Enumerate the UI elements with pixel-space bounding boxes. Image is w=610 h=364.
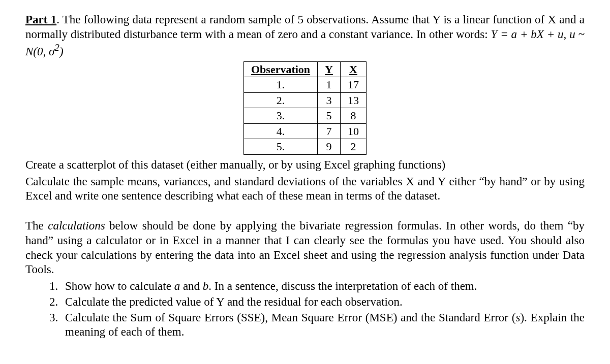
cell-obs: 3. bbox=[243, 108, 317, 124]
cell-obs: 5. bbox=[243, 139, 317, 155]
list-item-2: Calculate the predicted value of Y and t… bbox=[61, 295, 585, 310]
var-a: a bbox=[174, 280, 180, 292]
cell-obs: 1. bbox=[243, 77, 317, 93]
li3-pre: Calculate the Sum of Square Errors (SSE)… bbox=[65, 311, 515, 324]
li1-mid: and bbox=[180, 280, 203, 292]
numbered-list: Show how to calculate a and b. In a sent… bbox=[25, 279, 585, 340]
cell-x: 10 bbox=[341, 123, 367, 139]
table-row: 3. 5 8 bbox=[243, 108, 366, 124]
part-heading: Part 1 bbox=[25, 13, 56, 26]
col-y: Y bbox=[318, 61, 341, 77]
cell-x: 17 bbox=[341, 77, 367, 93]
li1-post: . In a sentence, discuss the interpretat… bbox=[208, 280, 477, 292]
list-item-3: Calculate the Sum of Square Errors (SSE)… bbox=[61, 311, 585, 340]
data-table: Observation Y X 1. 1 17 2. 3 13 3. 5 8 bbox=[243, 61, 367, 155]
table-row: 1. 1 17 bbox=[243, 77, 366, 93]
cell-y: 7 bbox=[318, 123, 341, 139]
table-row: 5. 9 2 bbox=[243, 139, 366, 155]
col-observation: Observation bbox=[243, 61, 317, 77]
cell-x: 8 bbox=[341, 108, 367, 124]
instruction-stats: Calculate the sample means, variances, a… bbox=[25, 175, 585, 204]
cell-y: 9 bbox=[318, 139, 341, 155]
cell-obs: 2. bbox=[243, 92, 317, 108]
document-body: Part 1. The following data represent a r… bbox=[25, 13, 585, 340]
intro-paragraph: Part 1. The following data represent a r… bbox=[25, 13, 585, 59]
cell-y: 1 bbox=[318, 77, 341, 93]
instruction-scatterplot: Create a scatterplot of this dataset (ei… bbox=[25, 158, 585, 173]
col-x: X bbox=[341, 61, 367, 77]
li1-pre: Show how to calculate bbox=[65, 280, 174, 292]
var-b: b bbox=[203, 280, 209, 292]
para-post: below should be done by applying the biv… bbox=[25, 219, 585, 276]
cell-y: 5 bbox=[318, 108, 341, 124]
para-pre: The bbox=[25, 219, 48, 232]
table-header-row: Observation Y X bbox=[243, 61, 366, 77]
table-row: 2. 3 13 bbox=[243, 92, 366, 108]
list-item-1: Show how to calculate a and b. In a sent… bbox=[61, 279, 585, 294]
cell-x: 13 bbox=[341, 92, 367, 108]
cell-y: 3 bbox=[318, 92, 341, 108]
cell-obs: 4. bbox=[243, 123, 317, 139]
para-italic: calculations bbox=[48, 219, 105, 232]
calculations-paragraph: The calculations below should be done by… bbox=[25, 219, 585, 277]
cell-x: 2 bbox=[341, 139, 367, 155]
table-row: 4. 7 10 bbox=[243, 123, 366, 139]
